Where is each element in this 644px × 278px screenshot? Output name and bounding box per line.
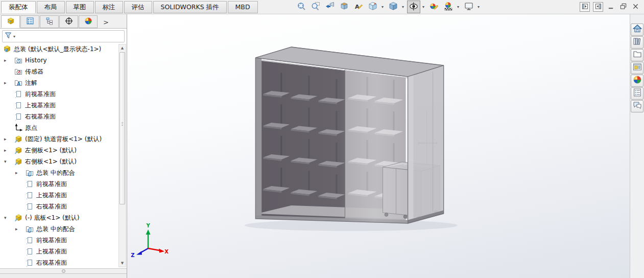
command-tab[interactable]: 装配体 <box>1 1 36 13</box>
apply-scene-button[interactable] <box>442 1 455 13</box>
file-explorer-button[interactable] <box>631 49 643 61</box>
tree-item[interactable]: ▸左侧板<1> (默认) <box>0 145 127 156</box>
home-icon <box>633 24 642 35</box>
triad-z-label: Z <box>131 252 134 258</box>
view-orientation-dropdown[interactable]: ▾ <box>380 1 385 13</box>
tree-item[interactable]: 右视基准面 <box>0 257 127 268</box>
view-settings-button[interactable] <box>462 1 475 13</box>
tree-item[interactable]: 原点 <box>0 122 127 133</box>
tree-item[interactable]: 总装 (默认<默认_显示状态-1>) <box>0 43 127 55</box>
panel-tab-configurationmanager[interactable] <box>40 15 59 28</box>
panel-tab-propertymanager[interactable] <box>20 15 39 28</box>
tree-item[interactable]: ▾(-) 底板<1> (默认) <box>0 212 127 223</box>
tree-expander-expanded[interactable]: ▾ <box>3 215 14 220</box>
forum-icon <box>633 101 642 112</box>
hide-show-items-button[interactable] <box>407 1 420 13</box>
tree-expander-collapsed[interactable]: ▸ <box>14 170 26 175</box>
command-tab[interactable]: 评估 <box>124 1 152 13</box>
top-bar: 装配体布局草图标注评估SOLIDWORKS 插件MBD A▾▾▾▾▾ <box>0 0 644 14</box>
tree-item-label: 右视基准面 <box>36 202 67 211</box>
tree-item[interactable]: 右视基准面 <box>0 201 127 212</box>
tree-scrollbar[interactable]: ▲ ▼ <box>118 44 126 267</box>
collapse-left-pane-button[interactable] <box>580 2 590 12</box>
command-tab[interactable]: 草图 <box>66 1 94 13</box>
tree-item[interactable]: ▸History <box>0 55 127 66</box>
scroll-thumb[interactable] <box>120 52 125 204</box>
tree-expander-collapsed[interactable]: ▸ <box>3 136 14 142</box>
panel-tab-dimxpertmanager[interactable] <box>59 15 78 28</box>
scroll-down-button[interactable]: ▼ <box>119 260 126 267</box>
section-view-button[interactable] <box>338 1 351 13</box>
command-tab[interactable]: 标注 <box>95 1 123 13</box>
scroll-grip <box>122 122 123 127</box>
design-library-button[interactable] <box>631 36 643 49</box>
library-icon <box>633 37 642 48</box>
display-style-button[interactable] <box>387 1 400 13</box>
command-tab[interactable]: MBD <box>228 1 258 13</box>
edit-appearance-button[interactable] <box>427 1 441 13</box>
tree-item-label: 总装 中的配合 <box>36 225 75 234</box>
appearances-scenes-button[interactable] <box>631 75 643 87</box>
part-icon <box>14 135 23 143</box>
tree-expander-collapsed[interactable]: ▸ <box>3 80 14 85</box>
tree-item[interactable]: ▾右侧板<1> (默认) <box>0 156 127 167</box>
close-button[interactable] <box>631 3 640 11</box>
tree-item[interactable]: 前视基准面 <box>0 178 127 190</box>
tree-item-label: History <box>25 57 47 64</box>
tree-item-label: 注解 <box>25 79 37 87</box>
solidworks-forum-button[interactable] <box>631 100 643 112</box>
panel-splitter[interactable] <box>0 268 127 273</box>
graphics-viewport[interactable]: Y X Z <box>127 14 630 278</box>
minimize-button[interactable] <box>606 3 615 11</box>
tree-expander-expanded[interactable]: ▾ <box>3 159 14 164</box>
view-palette-button[interactable] <box>631 62 643 74</box>
plane-icon <box>26 191 34 199</box>
hide-show-items-dropdown[interactable]: ▾ <box>421 1 426 13</box>
filter-dropdown-caret[interactable]: ▾ <box>13 34 15 39</box>
viewport-canvas[interactable]: Y X Z <box>127 14 630 278</box>
command-tab[interactable]: 布局 <box>37 1 65 13</box>
apply-scene-dropdown[interactable]: ▾ <box>456 1 461 13</box>
tree-expander-collapsed[interactable]: ▸ <box>14 226 26 231</box>
tree-expander-collapsed[interactable]: ▸ <box>3 58 14 63</box>
zoom-to-fit-button[interactable] <box>295 1 308 13</box>
part-icon <box>14 146 23 154</box>
collapse-right-pane-button[interactable] <box>593 2 603 12</box>
cabinet-assembly-model[interactable] <box>245 47 457 231</box>
tree-item[interactable]: 前视基准面 <box>0 235 127 246</box>
command-tab[interactable]: SOLIDWORKS 插件 <box>153 1 227 13</box>
tree-item[interactable]: ▸总装 中的配合 <box>0 223 127 235</box>
panel-tab-displaymanager[interactable] <box>79 15 98 28</box>
tree-filter[interactable]: ▾ <box>2 30 125 42</box>
tree-item[interactable]: 上视基准面 <box>0 246 127 257</box>
tree-expander-collapsed[interactable]: ▸ <box>3 148 14 153</box>
tree-item[interactable]: 右视基准面 <box>0 111 127 122</box>
tree-item[interactable]: ▸总装 中的配合 <box>0 167 127 178</box>
solidworks-resources-button[interactable] <box>631 24 643 36</box>
view-settings-dropdown[interactable]: ▾ <box>476 1 481 13</box>
tree-item[interactable]: ▸(固定) 轨道背板<1> (默认) <box>0 133 127 145</box>
zoom-to-area-button[interactable] <box>309 1 322 13</box>
tree-item[interactable]: 传感器 <box>0 66 127 77</box>
tree-item[interactable]: ▸A注解 <box>0 77 127 88</box>
tree-item-label: 前视基准面 <box>36 180 67 189</box>
plane-icon <box>14 90 23 98</box>
custom-properties-button[interactable] <box>631 87 643 100</box>
sphere-icon <box>633 75 642 86</box>
display-style-dropdown[interactable]: ▾ <box>400 1 406 13</box>
filter-funnel-icon[interactable] <box>4 31 12 41</box>
panel-tabs-overflow-chevron[interactable]: > <box>103 18 109 28</box>
tree-item-label: 右视基准面 <box>36 259 67 267</box>
view-orientation-button[interactable] <box>366 1 379 13</box>
plane-icon <box>26 236 34 244</box>
tree-item[interactable]: 前视基准面 <box>0 88 127 100</box>
svg-text:A: A <box>17 81 20 86</box>
scroll-up-button[interactable]: ▲ <box>119 44 126 52</box>
dynamic-annotation-views-button[interactable]: A <box>352 1 365 13</box>
tree-item[interactable]: 上视基准面 <box>0 190 127 201</box>
tree-item[interactable]: 上视基准面 <box>0 100 127 111</box>
previous-view-button[interactable] <box>323 1 337 13</box>
tree-item-label: 总装 (默认<默认_显示状态-1>) <box>14 45 101 54</box>
panel-tab-featuremanager-design-tree[interactable] <box>1 15 20 28</box>
restore-button[interactable] <box>618 3 628 11</box>
